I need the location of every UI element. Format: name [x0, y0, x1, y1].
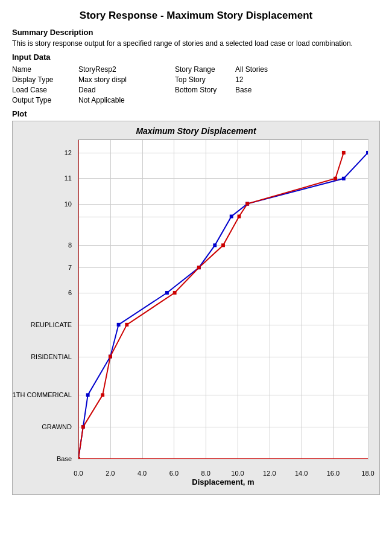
red-dot-reuplicate	[125, 323, 128, 327]
red-dot-1th	[101, 393, 104, 397]
red-dot-7	[197, 266, 201, 269]
red-dot-base	[78, 457, 80, 459]
summary-description: This is story response output for a spec…	[12, 39, 380, 48]
y-label-risidential: RISIDENTIAL	[31, 353, 72, 360]
y-label-7: 7	[68, 264, 72, 271]
value-bottom-story: Base	[235, 86, 308, 94]
y-label-1th: 1TH COMMERICAL	[13, 391, 72, 398]
y-label-12: 12	[65, 149, 72, 156]
y-axis-labels: 12 11 10 8 7 6 REUPLICATE RISIDENTIAL 1T…	[21, 140, 74, 459]
value-top-story: 12	[235, 75, 308, 84]
label-output-type: Output Type	[12, 96, 78, 104]
label-load-case: Load Case	[12, 86, 78, 94]
value-story-range: All Stories	[235, 65, 308, 74]
page-title: Story Response - Maximum Story Displacem…	[12, 10, 380, 22]
blue-dot-9	[230, 215, 233, 219]
x-label-10: 10.0	[231, 470, 244, 477]
x-axis-title: Displacement, m	[78, 477, 368, 487]
label-bottom-story: Bottom Story	[175, 86, 235, 94]
red-dot-risidential	[109, 355, 112, 359]
blue-dot-11	[342, 177, 346, 180]
label-story-range: Story Range	[175, 65, 235, 74]
x-label-18: 18.0	[361, 470, 374, 477]
summary-title: Summary Description	[12, 28, 380, 37]
x-label-16: 16.0	[327, 470, 340, 477]
red-line	[78, 153, 344, 459]
x-label-6: 6.0	[169, 470, 179, 477]
label-top-story: Top Story	[175, 75, 235, 84]
blue-dot-12	[366, 151, 368, 155]
summary-section: Summary Description This is story respon…	[12, 28, 380, 48]
chart-title: Maximum Story Displacement	[17, 126, 375, 136]
red-dot-12	[342, 151, 346, 155]
y-label-grawnd: GRAWND	[42, 423, 72, 430]
x-label-4: 4.0	[138, 470, 147, 477]
plot-section: Plot Maximum Story Displacement	[12, 109, 380, 495]
x-label-14: 14.0	[295, 470, 308, 477]
y-label-reuplicate: REUPLICATE	[31, 321, 72, 328]
blue-dot-reuplicate	[117, 323, 121, 327]
x-label-2: 2.0	[106, 470, 115, 477]
x-label-0: 0.0	[74, 470, 83, 477]
red-dot-grawnd	[81, 425, 85, 429]
y-label-11: 11	[65, 174, 72, 182]
chart-svg	[78, 140, 368, 459]
y-label-base: Base	[57, 455, 72, 462]
red-dot-10	[245, 202, 249, 206]
x-label-12: 12.0	[263, 470, 276, 477]
red-dot-6	[173, 291, 177, 295]
label-name: Name	[12, 65, 78, 74]
red-dot-8	[221, 243, 225, 247]
value-load-case: Dead	[78, 86, 175, 94]
blue-dot-6	[165, 291, 169, 295]
chart-inner: 12 11 10 8 7 6 REUPLICATE RISIDENTIAL 1T…	[78, 139, 368, 459]
chart-container: Maximum Story Displacement	[12, 121, 380, 495]
value-output-type: Not Applicable	[78, 96, 175, 104]
label-display-type: Display Type	[12, 75, 78, 84]
input-data-section: Input Data Name StoryResp2 Story Range A…	[12, 53, 380, 104]
y-label-8: 8	[68, 241, 72, 249]
plot-title: Plot	[12, 109, 380, 118]
input-data-grid: Name StoryResp2 Story Range All Stories …	[12, 65, 380, 104]
blue-dot-1th	[86, 393, 90, 397]
red-dot-9	[238, 215, 241, 219]
y-label-10: 10	[65, 200, 72, 208]
x-label-8: 8.0	[201, 470, 210, 477]
blue-dot-8	[213, 243, 217, 247]
input-data-title: Input Data	[12, 53, 380, 62]
value-display-type: Max story displ	[78, 75, 175, 84]
y-label-6: 6	[68, 289, 72, 296]
value-name: StoryResp2	[78, 65, 175, 74]
red-dot-11	[334, 177, 337, 180]
blue-line	[78, 153, 368, 459]
